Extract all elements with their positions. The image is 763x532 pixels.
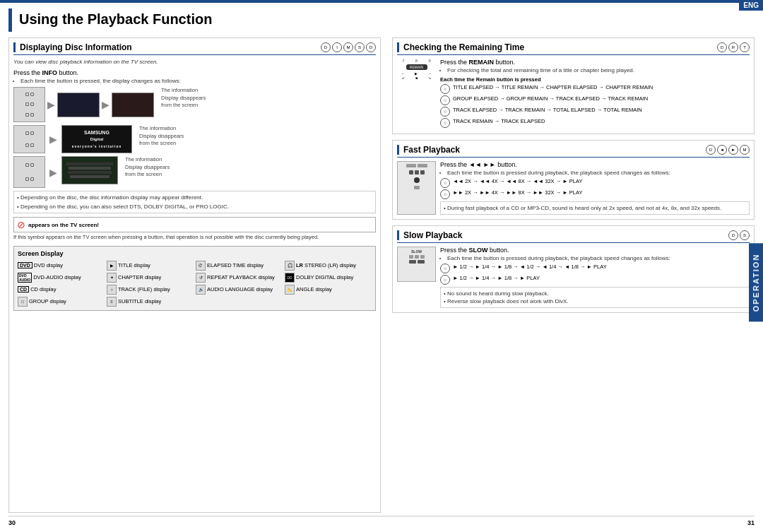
slow-btn-4: [409, 260, 416, 264]
slow-content: SLOW Press the SLOW button.: [397, 247, 750, 308]
fast-note-text: • During fast playback of a CD or MP3-CD…: [444, 205, 721, 211]
angle-icon: 📐: [285, 285, 295, 295]
display-dvd-audio: DVDAUDIO DVD-AUDIO display: [18, 273, 105, 283]
rem-icon-1: D: [717, 42, 727, 52]
slow-text-area: Press the SLOW button. Each time the but…: [440, 247, 750, 308]
display-cd: CD CD display: [18, 285, 105, 295]
info-bullet-1: Each time the button is pressed, the dis…: [20, 78, 376, 84]
info-disappears-1: The informationDisplay disappearsfrom th…: [161, 87, 206, 110]
flow-text-2: GROUP ELAPSED → GROUP REMAIN → TRACK ELA…: [453, 95, 648, 102]
section-header-remaining: Checking the Remaining Time D R T: [397, 42, 750, 55]
lr-text: LR STEREO (LR) display: [296, 262, 356, 268]
samsung-digital-display: SAMSUNGDigitaleveryone's invitation: [61, 125, 132, 153]
remaining-device-area: 7 8 9 REMAIN ← ▶ →: [397, 59, 436, 129]
slow-flow-text-1: ► 1/2 → ► 1/4 → ► 1/8 → ◄ 1/2 → ◄ 1/4 → …: [453, 264, 607, 270]
grid-label-8: 8: [410, 59, 423, 63]
subtitle-text: SUBTITLE display: [118, 298, 161, 305]
slow-device-row1: [409, 255, 425, 259]
arrow-right-2: ▶: [102, 99, 110, 110]
remaining-content: 7 8 9 REMAIN ← ▶ →: [397, 59, 750, 129]
fast-note: • During fast playback of a CD or MP3-CD…: [440, 201, 750, 215]
g4: ↙: [397, 76, 410, 80]
flow-row-2: ○ GROUP ELAPSED → GROUP REMAIN → TRACK E…: [440, 95, 750, 105]
track-text: TRACK (FILE) display: [118, 286, 170, 292]
display-lr: 🎧 LR STEREO (LR) display: [285, 261, 372, 271]
screen-display-title: Screen Display: [18, 250, 372, 257]
page-left: 30: [8, 519, 16, 526]
slow-btn-3: [420, 255, 425, 259]
main-columns: Displaying Disc Information D I M S D Yo…: [8, 37, 755, 513]
flow-row-3: ○ TRACK ELAPSED → TRACK REMAIN → TOTAL E…: [440, 107, 750, 117]
slow-bullet-1: Each time the button is pressed during p…: [447, 255, 750, 261]
slow-device: SLOW: [397, 247, 436, 282]
screenshot-row-1: ▶ ▶ The informationDisplay disappearsfro…: [13, 87, 376, 122]
arrow-right-1: ▶: [47, 99, 55, 110]
fast-icons: D ◄ ► M: [706, 145, 750, 155]
operation-sidebar: OPERATION: [749, 244, 763, 322]
slow-flow-1: ○ ► 1/2 → ► 1/4 → ► 1/8 → ◄ 1/2 → ◄ 1/4 …: [440, 264, 750, 273]
slow-btn-5: [418, 260, 425, 264]
remaining-text-area: Press the REMAIN button. For checking th…: [440, 59, 750, 129]
flow-row-1: ○ TITLE ELAPSED → TITLE REMAIN → CHAPTER…: [440, 84, 750, 94]
repeat-icon: ↺: [196, 273, 206, 283]
dvd-audio-label: DVDAUDIO: [18, 273, 32, 283]
fast-flow-1: ○ ◄◄ 2X → ◄◄ 4X → ◄◄ 8X → ◄◄ 32X → ► PLA…: [440, 178, 750, 188]
fast-btn-3: [420, 170, 425, 175]
slow-notes: • No sound is heard during slow playback…: [440, 287, 750, 308]
dolby-icon: DD: [285, 273, 295, 283]
display-repeat: ↺ REPEAT PLAYBACK display: [196, 273, 283, 283]
slow-flow-text-2: ► 1/2 → ► 1/4 → ► 1/8 → ► PLAY: [453, 275, 540, 281]
elapsed-text: ELAPSED TIME display: [207, 262, 264, 268]
flow-icon-3: ○: [440, 107, 450, 117]
slow-icons: D S: [728, 230, 750, 240]
mp3-screenshot: [61, 156, 118, 184]
dvd-label: DVD: [18, 262, 32, 268]
display-group: □ GROUP display: [18, 297, 105, 307]
arrow-right-3: ▶: [49, 134, 57, 145]
section-title-disc: Displaying Disc Information: [13, 42, 132, 52]
screenshot-2: [112, 93, 154, 117]
fast-btn-l: [406, 164, 416, 167]
device-image-1: [13, 87, 45, 122]
lr-icon: 🎧: [285, 261, 295, 271]
flow-icon-4: ○: [440, 118, 450, 128]
grid-label-7: 7: [397, 59, 410, 63]
group-text: GROUP display: [29, 298, 66, 305]
device-grid: 7 8 9: [397, 59, 436, 63]
appears-label: appears on the TV screen!: [28, 222, 99, 228]
group-icon: □: [18, 297, 28, 307]
each-time-label: Each time the Remain button is pressed: [440, 76, 750, 83]
fast-device-row2: [409, 170, 425, 175]
slow-flow-2: ○ ► 1/2 → ► 1/4 → ► 1/8 → ► PLAY: [440, 275, 750, 285]
fast-device-row1: [406, 164, 427, 167]
section-title-fast: Fast Playback: [397, 145, 460, 155]
flow-icon-2: ○: [440, 95, 450, 105]
elapsed-icon: ⏱: [196, 261, 206, 271]
fast-btn-r: [418, 164, 427, 167]
chapter-text: CHAPTER display: [118, 274, 161, 280]
icon-menu: M: [343, 42, 353, 52]
flow-row-4: ○ TRACK REMAIN → TRACK ELAPSED: [440, 118, 750, 128]
warning-symbol: ⊘: [17, 219, 25, 230]
fast-vol-btn: [414, 186, 420, 189]
slow-btn-1: [409, 255, 413, 259]
press-fast-text: Press the ◄◄ ►► button.: [440, 161, 750, 168]
note-1: • Depending on the disc, the disc inform…: [17, 194, 203, 201]
fast-device-row3: [414, 186, 420, 189]
remain-btn-label: REMAIN: [410, 65, 423, 69]
press-remain-text: Press the REMAIN button.: [440, 59, 750, 66]
flow-text-3: TRACK ELAPSED → TRACK REMAIN → TOTAL ELA…: [453, 107, 642, 113]
fast-btn-1: [409, 170, 413, 175]
fast-flow-text-2: ►► 2X → ►► 4X → ►► 8X → ►► 32X → ► PLAY: [453, 189, 582, 196]
dolby-text: DOLBY DIGITAL display: [296, 274, 353, 280]
info-bullets: Each time the button is pressed, the dis…: [20, 78, 376, 84]
fast-device: [397, 161, 436, 215]
fast-bullet-1: Each time the button is pressed during p…: [447, 170, 750, 176]
rem-icon-3: T: [740, 42, 750, 52]
arrow-right-4: ▶: [49, 167, 57, 178]
device-image-3: [13, 156, 45, 188]
fast-flow-icon-1: ○: [440, 178, 450, 188]
flow-text-1: TITLE ELAPSED → TITLE REMAIN → CHAPTER E…: [453, 84, 653, 90]
flow-icon-1: ○: [440, 84, 450, 94]
cd-label: CD: [18, 286, 29, 292]
